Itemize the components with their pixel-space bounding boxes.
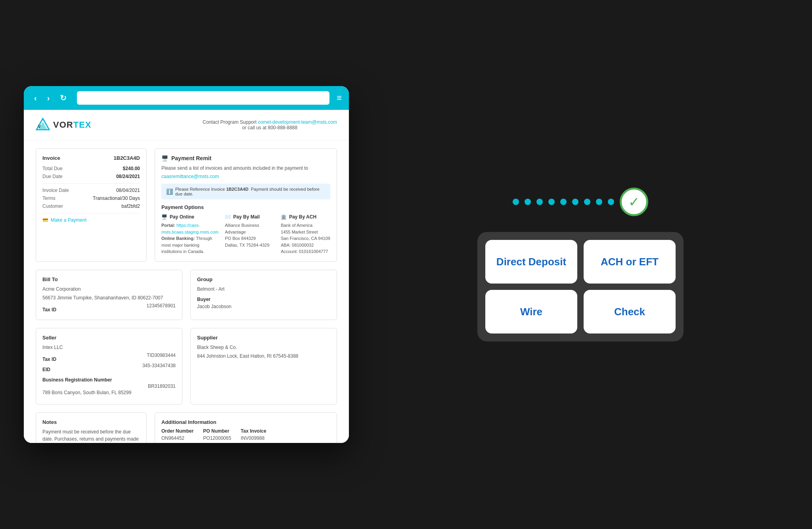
invoice-label: Invoice	[42, 155, 60, 161]
bank-icon: 🏛️	[281, 214, 287, 220]
refresh-button[interactable]: ↻	[57, 92, 70, 104]
total-due-label: Total Due	[42, 166, 63, 171]
invoice-top: Invoice 1B2C3A4D Total Due $240.00 Due D…	[36, 148, 337, 262]
dot-1	[513, 199, 519, 205]
pay-by-ach-content: Bank of America 1455 Market Street San F…	[281, 222, 330, 255]
pay-by-mail-content: Alliance Business Advantage PO Box 84432…	[225, 222, 274, 248]
customer-label: Customer	[42, 203, 63, 209]
seller-brn-value: BR31892031	[148, 383, 176, 389]
due-date-value: 08/24/2021	[116, 174, 140, 179]
forward-button[interactable]: ›	[44, 92, 53, 104]
support-label: Contact Program Support	[203, 119, 257, 125]
pay-by-ach-title: 🏛️ Pay By ACH	[281, 214, 330, 220]
notice-text: Please Reference Invoice 1B2C3A4D Paymen…	[175, 187, 326, 196]
direct-deposit-card[interactable]: Direct Deposit	[485, 240, 577, 284]
notes-section: Notes Payment must be received before th…	[36, 412, 147, 443]
dot-9	[608, 199, 614, 205]
supplier-address: 844 Johnston Lock, East Halton, RI 67545…	[197, 353, 330, 360]
invoice-page: V VORTEX Contact Program Support comet-d…	[24, 110, 349, 443]
group-buyer-section: Group Belmont - Art Buyer Jacob Jacobson	[190, 270, 337, 320]
menu-button[interactable]: ≡	[337, 93, 342, 103]
dots-row: ✓	[513, 188, 648, 216]
remit-notice: ℹ️ Please Reference Invoice 1B2C3A4D Pay…	[161, 184, 330, 199]
terms-label: Terms	[42, 196, 56, 201]
invoice-info-panel: Invoice 1B2C3A4D Total Due $240.00 Due D…	[36, 148, 147, 262]
notice-icon: ℹ️	[166, 188, 173, 195]
seller-supplier-section: Seller Intex LLC Tax ID TID30983444 EID …	[36, 328, 337, 404]
additional-columns: Order Number ON964452 PO Number PO120000…	[161, 428, 330, 441]
wire-label: Wire	[520, 306, 542, 318]
seller-brn-row: BR31892031	[42, 383, 176, 389]
address-bar[interactable]	[77, 91, 329, 105]
remit-email[interactable]: caasremittance@msts.com	[161, 174, 219, 179]
dot-4	[548, 199, 555, 205]
additional-title: Additional Information	[161, 419, 330, 425]
invoice-body: Invoice 1B2C3A4D Total Due $240.00 Due D…	[24, 140, 349, 443]
pay-by-mail-title: ✉️ Pay By Mail	[225, 214, 274, 220]
due-date-row: Due Date 08/24/2021	[42, 174, 140, 179]
seller-section: Seller Intex LLC Tax ID TID30983444 EID …	[36, 328, 182, 404]
order-number-value: ON964452	[161, 435, 193, 441]
customer-value: baf2bfd2	[121, 203, 140, 209]
check-circle: ✓	[620, 188, 648, 216]
dot-5	[560, 199, 567, 205]
supplier-title: Supplier	[197, 335, 330, 341]
wire-card[interactable]: Wire	[485, 290, 577, 334]
dot-2	[525, 199, 531, 205]
invoice-number: 1B2C3A4D	[114, 155, 140, 161]
seller-eid-value: 345-334347438	[142, 363, 176, 373]
payment-type-grid: Direct Deposit ACH or EFT Wire Check	[477, 232, 684, 341]
browser-window: ‹ › ↻ ≡ V VO	[24, 86, 349, 443]
scene: ‹ › ↻ ≡ V VO	[0, 0, 812, 529]
total-due-row: Total Due $240.00	[42, 166, 140, 171]
invoice-title-row: Invoice 1B2C3A4D	[42, 155, 140, 161]
order-number-col: Order Number ON964452	[161, 428, 193, 441]
po-number-value: PO12000065	[203, 435, 231, 441]
group-value: Belmont - Art	[197, 286, 330, 293]
seller-eid-label: EID	[42, 367, 50, 372]
seller-taxid-value: TID30983444	[147, 353, 176, 363]
invoice-date-value: 08/04/2021	[116, 188, 140, 193]
notes-text: Payment must be received before the due …	[42, 428, 140, 443]
dot-6	[572, 199, 578, 205]
support-area: Contact Program Support comet-developmen…	[203, 119, 337, 130]
checkmark-icon: ✓	[628, 195, 640, 209]
make-payment-link[interactable]: 💳 Make a Payment	[42, 217, 140, 223]
bill-to-address: 56673 Jimmie Turnpike, Shanahanhaven, ID…	[42, 294, 176, 301]
back-button[interactable]: ‹	[31, 92, 40, 104]
mail-icon: ✉️	[225, 214, 231, 220]
check-card[interactable]: Check	[584, 290, 676, 334]
seller-taxid-label: Tax ID	[42, 356, 56, 362]
dot-7	[584, 199, 590, 205]
logo-vor: VOR	[53, 120, 73, 130]
pay-by-mail-option: ✉️ Pay By Mail Alliance Business Advanta…	[225, 214, 274, 255]
due-date-label: Due Date	[42, 174, 63, 179]
remit-icon: 🖥️	[161, 155, 168, 161]
supplier-section: Supplier Black Sheep & Co. 844 Johnston …	[190, 328, 337, 404]
seller-address: 789 Boris Canyon, South Bulan, FL 85299	[42, 389, 176, 396]
support-email[interactable]: comet-development-team@msts.com	[258, 119, 337, 125]
remit-title-text: Payment Remit	[171, 155, 211, 161]
additional-section: Additional Information Order Number ON96…	[155, 412, 337, 443]
pay-online-content: Portal: https://cass-msts.bcaas.staging.…	[161, 222, 218, 255]
invoice-lower: Bill To Acme Corporation 56673 Jimmie Tu…	[36, 270, 337, 320]
browser-content: V VORTEX Contact Program Support comet-d…	[24, 110, 349, 443]
browser-toolbar: ‹ › ↻ ≡	[24, 86, 349, 110]
buyer-title: Buyer	[197, 297, 330, 302]
ach-or-eft-card[interactable]: ACH or EFT	[584, 240, 676, 284]
tax-invoice-label: Tax Invoice	[241, 428, 266, 434]
check-label: Check	[614, 306, 645, 318]
seller-brn-label: Business Registration Number	[42, 377, 176, 383]
logo-area: V VORTEX	[36, 118, 91, 132]
notes-title: Notes	[42, 419, 140, 425]
po-number-col: PO Number PO12000065	[203, 428, 231, 441]
seller-taxid-row: Tax ID TID30983444	[42, 353, 176, 363]
dot-8	[596, 199, 602, 205]
page-header: V VORTEX Contact Program Support comet-d…	[24, 110, 349, 140]
svg-text:V: V	[38, 125, 41, 129]
tax-id-row: Tax ID 12345678901	[42, 303, 176, 313]
invoice-date-label: Invoice Date	[42, 188, 69, 193]
tax-invoice-col: Tax Invoice INV009988	[241, 428, 266, 441]
seller-company: Intex LLC	[42, 344, 176, 351]
payment-options-grid: 🖥️ Pay Online Portal: https://cass-msts.…	[161, 214, 330, 255]
